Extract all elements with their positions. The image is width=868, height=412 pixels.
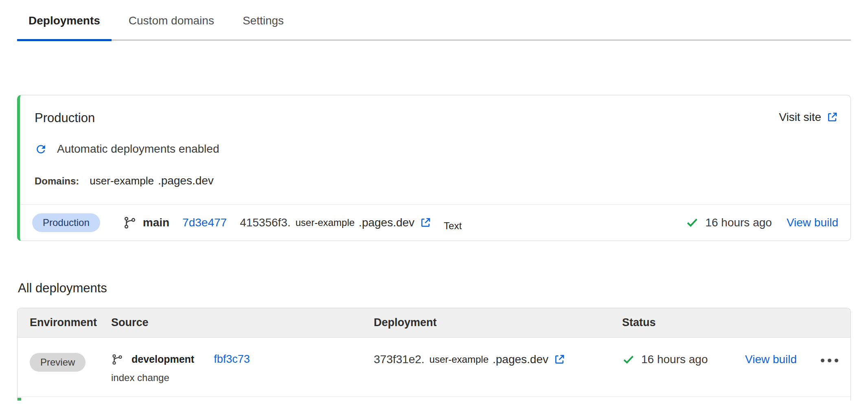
deployment-url-link[interactable]: 415356f3. user-example .pages.dev: [240, 216, 432, 229]
deployment-time: 16 hours ago: [641, 353, 708, 366]
tab-custom-domains[interactable]: Custom domains: [117, 14, 226, 39]
deployment-time: 16 hours ago: [705, 216, 772, 229]
deployment-url-link[interactable]: 373f31e2. user-example .pages.dev: [374, 353, 622, 366]
deployment-suffix: .pages.dev: [359, 216, 414, 229]
deployment-status: 16 hours ago: [686, 216, 772, 229]
column-header-environment: Environment: [18, 316, 111, 329]
all-deployments-heading: All deployments: [18, 281, 851, 296]
branch-name: development: [132, 353, 194, 365]
tab-bar: Deployments Custom domains Settings: [17, 0, 851, 41]
git-branch-icon: [123, 216, 137, 230]
visit-site-label: Visit site: [779, 111, 821, 124]
domain-suffix: .pages.dev: [158, 174, 214, 187]
deployment-id: 415356f3.: [240, 216, 291, 229]
ellipsis-icon: [828, 359, 831, 362]
deployments-table: Environment Source Deployment Status Pre…: [17, 308, 851, 401]
external-link-icon: [414, 217, 432, 229]
commit-message: index change: [111, 372, 374, 384]
commit-link[interactable]: fbf3c73: [214, 353, 250, 366]
environment-badge: Preview: [30, 353, 85, 372]
tab-settings-label: Settings: [243, 14, 284, 27]
table-row: Preview development fbf3c73: [18, 337, 850, 397]
tab-custom-domains-label: Custom domains: [129, 14, 214, 27]
page-content: Deployments Custom domains Settings Prod…: [17, 0, 851, 401]
tab-settings[interactable]: Settings: [231, 14, 295, 39]
domains-label: Domains:: [35, 175, 79, 187]
production-card-title: Production: [35, 111, 95, 125]
column-header-status: Status: [622, 316, 745, 329]
deployment-status: 16 hours ago: [622, 337, 745, 366]
git-branch-icon: [111, 353, 123, 366]
domain-name: user-example: [90, 175, 154, 187]
refresh-icon: [35, 143, 47, 156]
next-row-green-edge: [17, 398, 21, 401]
commit-link[interactable]: 7d3e477: [182, 216, 227, 229]
view-build-link[interactable]: View build: [787, 216, 838, 229]
tab-deployments-label: Deployments: [28, 14, 100, 27]
auto-deploy-text: Automatic deployments enabled: [57, 142, 219, 156]
next-row-peek: [18, 397, 850, 401]
ellipsis-icon: [821, 359, 824, 362]
check-icon: [622, 353, 635, 366]
visit-site-button[interactable]: Visit site: [779, 111, 838, 124]
environment-badge: Production: [32, 213, 100, 232]
column-header-source: Source: [111, 316, 374, 329]
external-link-icon: [826, 111, 838, 123]
note-text: Text: [444, 220, 462, 232]
branch-name: main: [143, 216, 169, 229]
tab-deployments[interactable]: Deployments: [17, 14, 112, 39]
check-icon: [686, 216, 699, 229]
production-card: Production Visit site Automatic deploym: [17, 95, 851, 241]
deployment-id: 373f31e2.: [374, 353, 425, 366]
ellipsis-icon: [835, 359, 838, 362]
column-header-deployment: Deployment: [374, 316, 622, 329]
deployment-suffix: .pages.dev: [493, 353, 548, 366]
row-menu-button[interactable]: [821, 337, 850, 362]
deployment-domain: user-example: [430, 354, 489, 365]
production-deployment-row: Production main 7d3e477 415356f3. user-e…: [20, 205, 850, 241]
deployment-domain: user-example: [296, 217, 355, 228]
external-link-icon: [548, 353, 566, 366]
view-build-link[interactable]: View build: [745, 353, 797, 366]
table-header-row: Environment Source Deployment Status: [18, 308, 850, 337]
